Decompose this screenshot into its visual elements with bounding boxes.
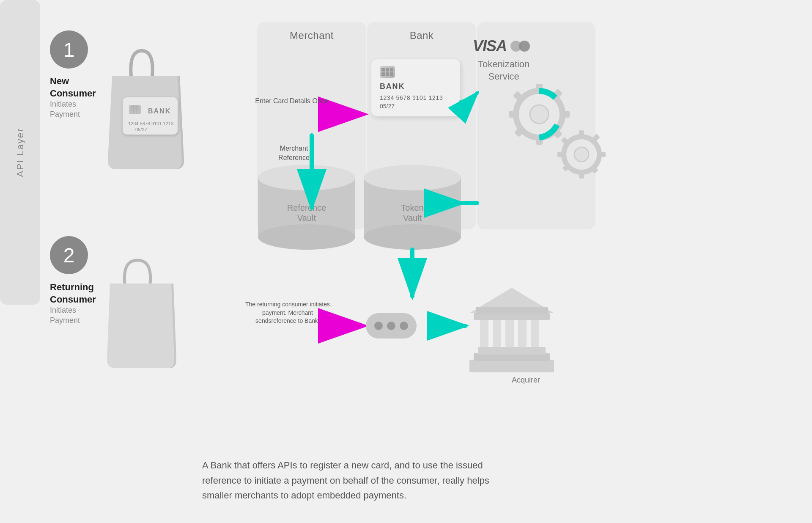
svg-rect-56 — [469, 360, 554, 372]
bottom-text: A Bank that offers APIs to register a ne… — [202, 458, 498, 503]
merchant-ref-label: Merchant Reference — [269, 144, 319, 163]
enter-card-label: Enter Card Details Once — [245, 96, 338, 106]
acquirer-label: Acquirer — [512, 376, 540, 385]
svg-point-53 — [374, 322, 383, 330]
main-container: 1 New Consumer Initiates Payment 2 Retur… — [0, 0, 812, 523]
svg-rect-66 — [476, 307, 548, 314]
svg-point-54 — [387, 322, 395, 330]
returning-consumer-label: The returning consumer initiates payment… — [245, 300, 330, 325]
token-icon — [364, 309, 419, 343]
svg-rect-58 — [478, 347, 546, 355]
arrows-overlay — [0, 0, 812, 523]
bank-building — [465, 279, 558, 381]
svg-point-55 — [400, 322, 408, 330]
